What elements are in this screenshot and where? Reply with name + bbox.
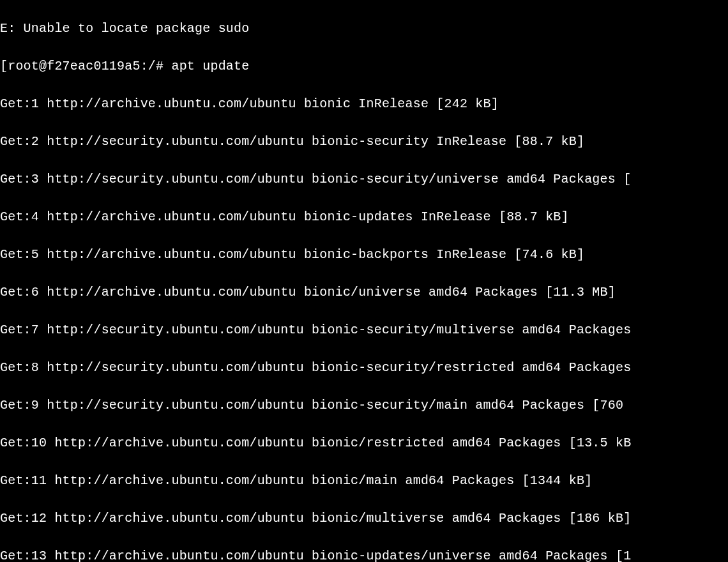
terminal-line: Get:10 http://archive.ubuntu.com/ubuntu … [0, 434, 728, 453]
terminal-line: Get:2 http://security.ubuntu.com/ubuntu … [0, 132, 728, 151]
terminal-line: Get:3 http://security.ubuntu.com/ubuntu … [0, 170, 728, 189]
terminal-line: Get:13 http://archive.ubuntu.com/ubuntu … [0, 547, 728, 563]
terminal-line: Get:6 http://archive.ubuntu.com/ubuntu b… [0, 283, 728, 302]
terminal-line: Get:1 http://archive.ubuntu.com/ubuntu b… [0, 95, 728, 114]
terminal-line: E: Unable to locate package sudo [0, 19, 728, 38]
terminal-line: Get:4 http://archive.ubuntu.com/ubuntu b… [0, 208, 728, 227]
terminal-line: [root@f27eac0119a5:/# apt update [0, 57, 728, 76]
terminal-line: Get:8 http://security.ubuntu.com/ubuntu … [0, 358, 728, 377]
terminal-line: Get:5 http://archive.ubuntu.com/ubuntu b… [0, 245, 728, 264]
terminal-output[interactable]: E: Unable to locate package sudo [root@f… [0, 0, 728, 562]
terminal-line: Get:11 http://archive.ubuntu.com/ubuntu … [0, 471, 728, 490]
terminal-line: Get:12 http://archive.ubuntu.com/ubuntu … [0, 509, 728, 528]
terminal-line: Get:9 http://security.ubuntu.com/ubuntu … [0, 396, 728, 415]
terminal-line: Get:7 http://security.ubuntu.com/ubuntu … [0, 321, 728, 340]
